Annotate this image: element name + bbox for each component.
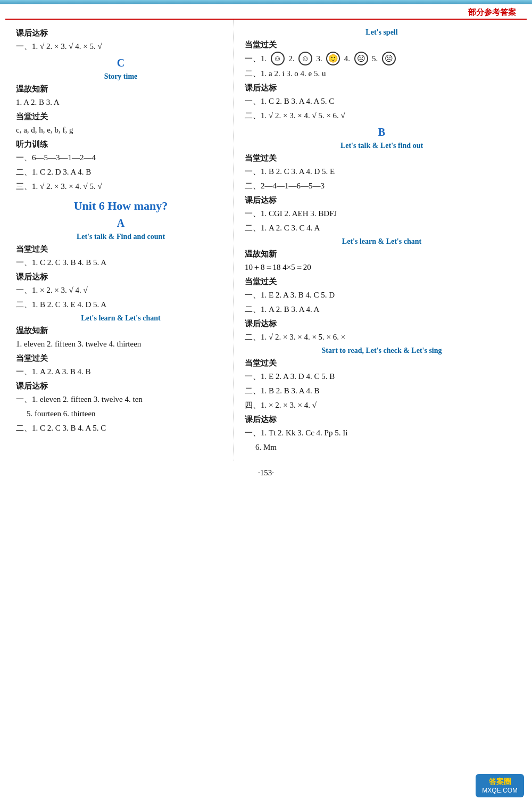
answer-line: 三、1. √ 2. × 3. × 4. √ 5. √: [16, 180, 226, 193]
section-dangdangR1: 当堂过关: [245, 40, 519, 50]
section-kehoudabiaoR4: 课后达标: [245, 415, 519, 425]
answer-line: 二、1. A 2. C 3. C 4. A: [245, 221, 519, 234]
answer-line: 一、1. C 2. B 3. A 4. A 5. C: [245, 95, 519, 108]
answer-line: 二、1. √ 2. × 3. × 4. × 5. × 6. ×: [245, 331, 519, 343]
subsection-letstalk-right: Let's talk & Let's find out: [245, 142, 519, 150]
section-wenguR1: 温故知新: [245, 249, 519, 259]
watermark-url: MXQE.COM: [482, 787, 518, 794]
answer-line: 二、1. a 2. i 3. o 4. e 5. u: [245, 67, 519, 80]
emoji-2: ☺: [298, 52, 312, 65]
subsection-letslearn-right: Let's learn & Let's chant: [245, 237, 519, 246]
answer-line: 二、1. A 2. B 3. A 4. A: [245, 303, 519, 316]
answer-line: 二、1. C 2. D 3. A 4. B: [16, 166, 226, 178]
answer-line: 二、1. B 2. C 3. E 4. D 5. A: [16, 298, 226, 311]
subsection-letstalk-left: Let's talk & Find and count: [16, 233, 226, 241]
answer-line: 二、1. C 2. C 3. B 4. A 5. C: [16, 422, 226, 434]
answer-line: 一、1. × 2. × 3. √ 4. √: [16, 284, 226, 296]
section-dangdangR3: 当堂过关: [245, 277, 519, 287]
section-kehoudabiao1: 课后达标: [16, 28, 226, 38]
section-kehoudabiao3: 课后达标: [16, 381, 226, 391]
subsection-storytime: Story time: [16, 72, 226, 81]
page-number: ·153·: [0, 468, 532, 477]
answer-line: 一、1. Tt 2. Kk 3. Cc 4. Pp 5. Ii: [245, 426, 519, 439]
section-C: C: [16, 57, 226, 69]
answer-line: c, a, d, h, e, b, f, g: [16, 123, 226, 136]
section-kehoudabiaoR1: 课后达标: [245, 83, 519, 93]
subsection-letslearn-left: Let's learn & Let's chant: [16, 314, 226, 323]
header-right: 部分参考答案: [5, 4, 527, 20]
answer-line: 一、1. √ 2. × 3. √ 4. × 5. √: [16, 40, 226, 53]
answer-line: 一、1. C 2. C 3. B 4. B 5. A: [16, 256, 226, 269]
section-kehoudabiaoR3: 课后达标: [245, 319, 519, 329]
answer-line: 1. A 2. B 3. A: [16, 96, 226, 109]
left-column: 课后达标 一、1. √ 2. × 3. √ 4. × 5. √ C Story …: [5, 20, 234, 460]
subsection-letsspell: Let's spell: [245, 28, 519, 37]
section-dangdangR4: 当堂过关: [245, 358, 519, 368]
section-wengu2: 温故知新: [16, 326, 226, 336]
section-wengu: 温故知新: [16, 84, 226, 94]
answer-line: 二、1. √ 2. × 3. × 4. √ 5. × 6. √: [245, 109, 519, 122]
emoji-4: ☹: [354, 52, 368, 65]
emoji-answer-row: 一、1. ☺ 2. ☺ 3. 🙂 4. ☹ 5. ☹: [245, 52, 519, 65]
answer-line: 一、1. E 2. A 3. B 4. C 5. D: [245, 288, 519, 301]
answer-line: 四、1. × 2. × 3. × 4. √: [245, 399, 519, 411]
unit-6-title: Unit 6 How many?: [16, 199, 226, 213]
section-dangdang3: 当堂过关: [16, 353, 226, 364]
watermark-logo: 答案圈: [482, 777, 518, 787]
watermark: 答案圈 MXQE.COM: [476, 774, 524, 797]
answer-line: 二、2—4—1—6—5—3: [245, 179, 519, 192]
section-dangdangR2: 当堂过关: [245, 153, 519, 163]
answer-line: 一、1. CGI 2. AEH 3. BDFJ: [245, 207, 519, 220]
section-B: B: [245, 126, 519, 138]
answer-line-indent: 5. fourteen 6. thirteen: [27, 407, 226, 420]
top-bar: [0, 0, 532, 4]
answer-line: 一、6—5—3—1—2—4: [16, 151, 226, 164]
answer-line-indent: 6. Mm: [255, 441, 519, 454]
answer-line: 二、1. B 2. B 3. A 4. B: [245, 384, 519, 397]
section-kehoudabiao2: 课后达标: [16, 272, 226, 282]
answer-line: 一、1. eleven 2. fifteen 3. twelve 4. ten: [16, 393, 226, 406]
right-column: Let's spell 当堂过关 一、1. ☺ 2. ☺ 3. 🙂 4. ☹ 5…: [234, 20, 527, 460]
answer-line: 一、1. A 2. A 3. B 4. B: [16, 365, 226, 378]
emoji-1: ☺: [271, 52, 285, 65]
section-dangdang2: 当堂过关: [16, 244, 226, 254]
answer-line: 一、1. E 2. A 3. D 4. C 5. B: [245, 370, 519, 383]
answer-line: 1. eleven 2. fifteen 3. twelve 4. thirte…: [16, 337, 226, 350]
emoji-3: 🙂: [326, 52, 340, 65]
section-A: A: [16, 217, 226, 229]
section-kehoudabiaoR2: 课后达标: [245, 195, 519, 205]
emoji-5: ☹: [382, 52, 396, 65]
answer-line: 一、1. B 2. C 3. A 4. D 5. E: [245, 165, 519, 178]
subsection-starttoread: Start to read, Let's check & Let's sing: [245, 347, 519, 355]
section-tingli: 听力训练: [16, 139, 226, 150]
section-dangdang1: 当堂过关: [16, 112, 226, 122]
answer-line: 10＋8＝18 4×5＝20: [245, 261, 519, 274]
